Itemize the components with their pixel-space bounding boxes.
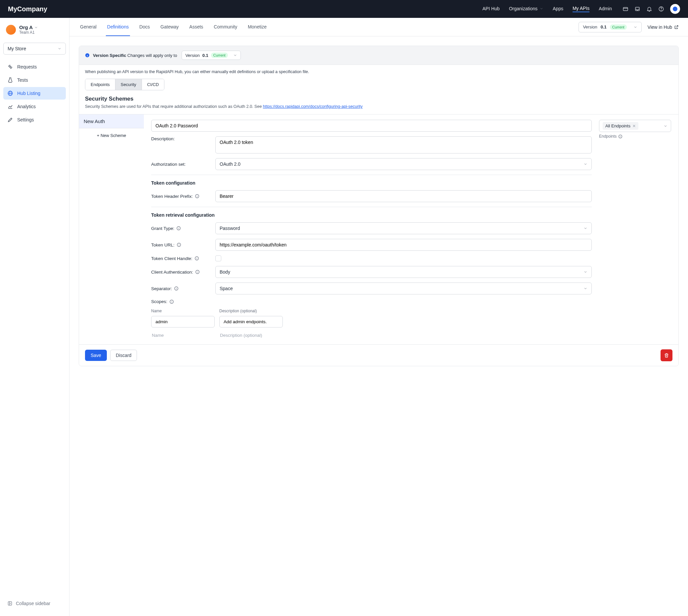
store-select[interactable]: My Store xyxy=(3,43,66,54)
tests-icon xyxy=(7,77,13,83)
auth-set-select[interactable]: OAuth 2.0 xyxy=(215,158,592,170)
remove-chip-icon[interactable]: ✕ xyxy=(632,124,636,128)
client-auth-label: Client Authentication: xyxy=(151,270,193,274)
banner-version-selector[interactable]: Version 0.1 Current xyxy=(182,51,241,60)
globe-icon xyxy=(7,90,13,96)
sidebar-item-analytics[interactable]: Analytics xyxy=(3,100,66,113)
trash-icon xyxy=(664,353,669,358)
sidebar-item-tests[interactable]: Tests xyxy=(3,74,66,86)
brand-logo[interactable]: MyCompany xyxy=(8,5,483,13)
subtab-cicd[interactable]: CI/CD xyxy=(141,79,164,90)
token-header-prefix-input[interactable] xyxy=(215,190,592,202)
external-link-icon xyxy=(674,25,679,29)
org-switcher[interactable]: Org A Team A1 xyxy=(3,24,66,40)
chevron-down-icon xyxy=(664,124,667,128)
sidebar-item-requests[interactable]: Requests xyxy=(3,61,66,73)
save-button[interactable]: Save xyxy=(85,350,107,361)
subtab-endpoints[interactable]: Endpoints xyxy=(85,79,115,90)
token-url-input[interactable] xyxy=(215,239,592,251)
view-in-hub-link[interactable]: View in Hub xyxy=(648,24,679,30)
subtab-security[interactable]: Security xyxy=(115,79,141,90)
tab-gateway[interactable]: Gateway xyxy=(159,18,180,36)
definitions-panel: Version Specific Changes will apply only… xyxy=(79,46,679,366)
security-docs-link[interactable]: https://docs.rapidapi.com/docs/configuri… xyxy=(263,104,363,109)
scheme-name-input[interactable] xyxy=(151,120,592,132)
collapse-label: Collapse sidebar xyxy=(16,601,50,606)
info-icon[interactable]: i xyxy=(174,286,179,291)
discard-button[interactable]: Discard xyxy=(110,350,137,361)
version-banner: Version Specific Changes will apply only… xyxy=(79,46,679,65)
info-icon[interactable]: i xyxy=(195,194,199,198)
help-icon[interactable] xyxy=(658,6,664,12)
user-avatar[interactable] xyxy=(670,4,680,14)
chevron-down-icon xyxy=(233,53,237,57)
svg-text:i: i xyxy=(197,257,197,260)
separator-select[interactable]: Space xyxy=(215,283,592,294)
nav-api-hub[interactable]: API Hub xyxy=(483,6,500,12)
info-icon[interactable]: i xyxy=(177,242,181,247)
chevron-down-icon xyxy=(583,226,587,230)
version-selector[interactable]: Version 0.1 Current xyxy=(578,22,641,32)
org-name-label: Org A xyxy=(19,24,33,30)
card-icon[interactable] xyxy=(622,6,628,12)
delete-button[interactable] xyxy=(661,349,672,361)
svg-point-4 xyxy=(9,66,11,68)
info-icon xyxy=(85,53,90,58)
nav-organizations[interactable]: Organizations xyxy=(509,6,543,12)
scope-name-placeholder[interactable]: Name xyxy=(151,333,215,338)
pencil-icon xyxy=(7,117,13,123)
tab-monetize[interactable]: Monetize xyxy=(246,18,268,36)
nav-organizations-label: Organizations xyxy=(509,6,537,11)
inbox-icon[interactable] xyxy=(635,6,640,12)
scheme-row-active[interactable]: New Auth xyxy=(79,114,144,128)
scope-head-name: Name xyxy=(151,309,215,313)
new-scheme-button[interactable]: + New Scheme xyxy=(84,133,139,138)
chevron-down-icon xyxy=(34,25,38,29)
grant-type-select[interactable]: Password xyxy=(215,222,592,234)
sidebar-item-settings[interactable]: Settings xyxy=(3,113,66,126)
team-name-label: Team A1 xyxy=(19,30,63,35)
description-input[interactable]: OAuth 2.0 token xyxy=(215,136,592,154)
token-config-heading: Token configuration xyxy=(151,180,592,185)
info-icon[interactable]: i xyxy=(618,134,622,139)
svg-text:i: i xyxy=(176,287,177,290)
banner-text: Changes will apply only to xyxy=(127,53,177,58)
tab-general[interactable]: General xyxy=(79,18,98,36)
topbar-icons xyxy=(622,4,680,14)
scope-name-input-0[interactable] xyxy=(151,316,215,328)
nav-apps[interactable]: Apps xyxy=(553,6,563,12)
nav-my-apis[interactable]: My APIs xyxy=(573,6,590,12)
sidebar-item-label: Tests xyxy=(17,78,28,83)
tabs-row: General Definitions Docs Gateway Assets … xyxy=(69,18,688,37)
chevron-down-icon xyxy=(634,25,637,29)
info-icon[interactable]: i xyxy=(195,270,200,274)
scope-desc-input-0[interactable] xyxy=(219,316,283,328)
info-icon[interactable]: i xyxy=(176,226,181,230)
client-auth-value: Body xyxy=(220,269,230,274)
bell-icon[interactable] xyxy=(646,6,652,12)
scope-desc-placeholder[interactable]: Description (optional) xyxy=(219,333,262,338)
sidebar-item-hub-listing[interactable]: Hub Listing xyxy=(3,87,66,100)
section-title: Security Schemes xyxy=(79,95,679,104)
sidebar-item-label: Settings xyxy=(17,117,34,123)
tab-docs[interactable]: Docs xyxy=(138,18,151,36)
svg-text:i: i xyxy=(197,195,198,198)
tab-definitions[interactable]: Definitions xyxy=(106,18,130,36)
svg-point-12 xyxy=(87,54,88,54)
info-icon[interactable]: i xyxy=(169,300,174,304)
endpoints-selector[interactable]: All Endpoints ✕ xyxy=(599,120,671,132)
tab-community[interactable]: Community xyxy=(212,18,239,36)
tab-assets[interactable]: Assets xyxy=(188,18,204,36)
view-hub-label: View in Hub xyxy=(648,24,672,30)
endpoints-label: Endpoints xyxy=(599,134,617,139)
subtabs: Endpoints Security CI/CD xyxy=(85,79,164,90)
nav-admin[interactable]: Admin xyxy=(599,6,612,12)
client-auth-select[interactable]: Body xyxy=(215,266,592,278)
token-client-handle-checkbox[interactable] xyxy=(215,256,221,261)
collapse-sidebar-button[interactable]: Collapse sidebar xyxy=(3,597,66,609)
section-subtitle: Security Schemes are used for APIs that … xyxy=(79,104,679,114)
info-icon[interactable]: i xyxy=(195,256,199,261)
version-word: Version xyxy=(185,53,199,58)
version-number: 0.1 xyxy=(202,53,208,58)
svg-text:i: i xyxy=(197,271,198,273)
